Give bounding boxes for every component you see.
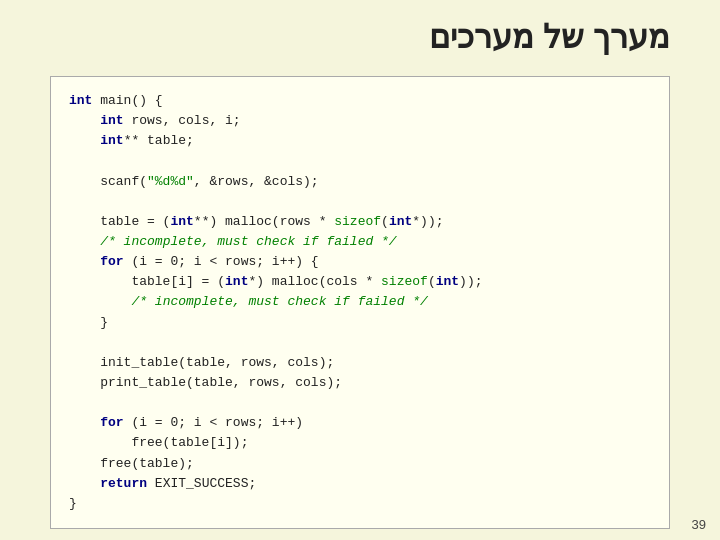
slide-number: 39 bbox=[692, 517, 706, 532]
code-content: int main() { int rows, cols, i; int** ta… bbox=[69, 91, 651, 514]
code-box: int main() { int rows, cols, i; int** ta… bbox=[50, 76, 670, 529]
slide-title: מערך של מערכים bbox=[0, 0, 720, 66]
